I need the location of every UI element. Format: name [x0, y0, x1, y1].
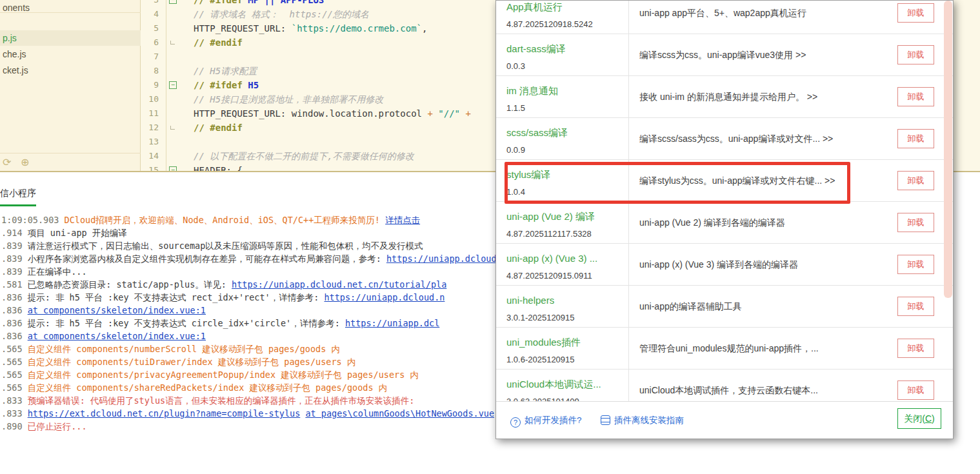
plugin-name-column: dart-sass编译0.0.3	[496, 34, 629, 75]
plugin-manager-dialog: App真机运行4.87.2025120918.5242uni-app app平台…	[495, 0, 954, 439]
plugin-row: uni-helpers3.0.1-2025120915uni-app的编译器辅助…	[496, 286, 953, 328]
console-link[interactable]: https://uniapp.dcl	[345, 318, 439, 328]
highlight-annotation-box	[505, 162, 850, 204]
plugin-version: 1.0.6-2025120915	[506, 355, 575, 364]
how-to-develop-plugin-link[interactable]: ?如何开发插件?	[510, 415, 582, 428]
close-label: 关闭(	[904, 413, 925, 424]
console-text: 已忽略静态资源目录: static/app-plus。详见:	[28, 279, 232, 290]
code-text: // H5请求配置	[194, 64, 257, 78]
console-link[interactable]: at pages\columnGoods\HotNewGoods.vue	[305, 408, 494, 419]
console-text: .833	[1, 395, 28, 406]
uninstall-button[interactable]: 卸载	[897, 297, 934, 316]
code-text: // #endif	[194, 121, 243, 135]
console-tab-active-indicator	[0, 204, 36, 206]
console-link[interactable]: https://uniapp.dcloud.net.cn/tutorial/pl…	[232, 279, 446, 290]
code-token-str: `https://demo.crmeb.com`	[292, 23, 422, 34]
code-text: // #ifdef MP || APP-PLUS	[194, 0, 324, 7]
plugin-row: App真机运行4.87.2025120918.5242uni-app app平台…	[496, 1, 953, 34]
uninstall-button[interactable]: 卸载	[897, 171, 934, 190]
plugin-description: uni-app (Vue 2) 编译到各端的编译器	[639, 217, 891, 229]
guide-link-label: 插件离线安装指南	[614, 415, 684, 425]
plugin-version: 0.0.9	[506, 145, 525, 155]
fold-marker-icon[interactable]: −	[169, 81, 177, 89]
code-token-olive: // #ifdef	[194, 0, 248, 5]
code-token-str: "//"	[438, 108, 460, 119]
console-link[interactable]: https://ext.dcloud.net.cn/plugin?name=co…	[28, 408, 301, 419]
console-link[interactable]: at components/skeleton/index.vue:1	[28, 331, 206, 341]
offline-install-guide-link[interactable]: 插件离线安装指南	[601, 415, 684, 426]
console-link[interactable]: https://uniapp.dcloud.n	[324, 292, 445, 302]
uninstall-button[interactable]: 卸载	[897, 87, 934, 106]
console-text: .890	[1, 421, 28, 431]
code-token-olive: // #endif	[194, 37, 243, 48]
console-text: .839	[1, 253, 28, 264]
plugin-name-column: scss/sass编译0.0.9	[496, 118, 629, 159]
plugin-description: uni-app的编译器辅助工具	[639, 301, 891, 313]
console-text: 小程序各家浏览器内核及自定义组件实现机制存在差异，可能存在样式布局兼容问题，参考…	[28, 253, 386, 264]
console-text: .914	[1, 228, 28, 238]
console-text: .836	[1, 318, 28, 328]
code-text: // H5接口是浏览器地址，非单独部署不用修改	[194, 92, 383, 106]
code-token-cmt: // H5请求配置	[194, 66, 257, 76]
line-number: 11	[141, 106, 159, 121]
plugin-name: uni-app (Vue 2) 编译	[506, 211, 595, 223]
plugin-name: uni-helpers	[506, 295, 554, 306]
tree-item-che.js[interactable]: che.js	[0, 46, 141, 62]
console-link[interactable]: 详情点击	[385, 215, 420, 225]
code-token-cmt: // 以下配置在不做二开的前提下,不需要做任何的修改	[194, 151, 414, 161]
line-number: 4	[141, 7, 159, 21]
console-text: .839	[1, 241, 28, 251]
uninstall-button[interactable]: 卸载	[897, 339, 934, 358]
plugin-row: scss/sass编译0.0.9编译scss/sass为css。uni-app编…	[496, 118, 953, 160]
console-tab-mini-program[interactable]: 信小程序	[0, 188, 36, 199]
tree-item-p.js[interactable]: p.js	[0, 30, 141, 46]
console-text: 已停止运行...	[28, 421, 87, 431]
plugin-name-column: im 消息通知1.1.5	[496, 76, 629, 117]
console-text: .839	[1, 266, 28, 277]
uninstall-button[interactable]: 卸载	[897, 3, 934, 23]
globe-cloud-icon[interactable]: ⊕	[21, 156, 29, 168]
plugin-version: 3.0.1-2025120915	[506, 313, 575, 322]
tree-item-cket.js[interactable]: cket.js	[0, 63, 141, 78]
plugin-description: uni-app (x) (Vue 3) 编译到各端的编译器	[639, 259, 891, 271]
tree-item-onents[interactable]: onents	[0, 0, 141, 15]
plugin-row: uni_modules插件1.0.6-2025120915管理符合uni_mod…	[496, 328, 953, 370]
plugin-row: uni-app (Vue 2) 编译4.87.2025112117.5328un…	[496, 202, 953, 244]
plugin-name-column: uni_modules插件1.0.6-2025120915	[496, 328, 629, 369]
console-text: 预编译器错误: 代码使用了stylus语言，但未安装相应的编译器插件，正在从插件…	[28, 395, 415, 406]
line-number: 14	[141, 149, 159, 163]
uninstall-button[interactable]: 卸载	[897, 255, 934, 274]
line-number: 7	[141, 50, 159, 64]
code-token-blue: H5	[248, 80, 259, 90]
sync-icon[interactable]: ⟳	[3, 156, 11, 168]
uninstall-button[interactable]: 卸载	[897, 129, 934, 148]
console-text: .836	[1, 305, 28, 315]
console-text: 自定义组件 components/privacyAgreementPopup/i…	[28, 370, 419, 380]
plugin-row: uni-app (x) (Vue 3) ...4.87.2025120915.0…	[496, 244, 953, 286]
plugin-version: 1.1.5	[506, 103, 525, 113]
uninstall-button[interactable]: 卸载	[897, 380, 934, 400]
uninstall-button[interactable]: 卸载	[897, 213, 934, 232]
code-text: // #ifdef H5	[194, 78, 259, 92]
plugin-name-column: uni-app (Vue 2) 编译4.87.2025112117.5328	[496, 202, 629, 243]
console-text: 1:09:05.903	[1, 215, 65, 225]
code-token-olive: // #ifdef	[194, 80, 248, 90]
console-text: 自定义组件 components/numberScroll 建议移动到子包 pa…	[28, 344, 340, 354]
code-token-blue: MP || APP-PLUS	[248, 0, 324, 5]
plugin-description: uniCloud本地调试插件，支持云函数右键本...	[639, 385, 891, 397]
console-text: .565	[1, 370, 28, 380]
plugin-row: uniCloud本地调试运...3.0.63-2025101409uniClou…	[496, 370, 953, 402]
plugin-name: dart-sass编译	[506, 43, 566, 55]
uninstall-button[interactable]: 卸载	[897, 45, 934, 64]
dialog-scrollbar-thumb[interactable]	[944, 1, 952, 298]
document-icon	[601, 415, 610, 425]
code-token-olive: // #endif	[194, 123, 243, 133]
fold-marker-icon[interactable]: −	[169, 0, 177, 4]
plugin-name: App真机运行	[506, 1, 563, 14]
console-link[interactable]: at components/skeleton/index.vue:1	[28, 305, 206, 315]
file-tree-panel: onentsp.jsche.jscket.js ⟳ ⊕	[0, 0, 141, 172]
console-text: .836	[1, 331, 28, 341]
dialog-footer: ?如何开发插件? 插件离线安装指南 关闭(C)	[496, 401, 953, 439]
code-text: HTTP_REQUEST_URL: `https://demo.crmeb.co…	[194, 21, 427, 35]
close-button[interactable]: 关闭(C)	[897, 408, 941, 429]
